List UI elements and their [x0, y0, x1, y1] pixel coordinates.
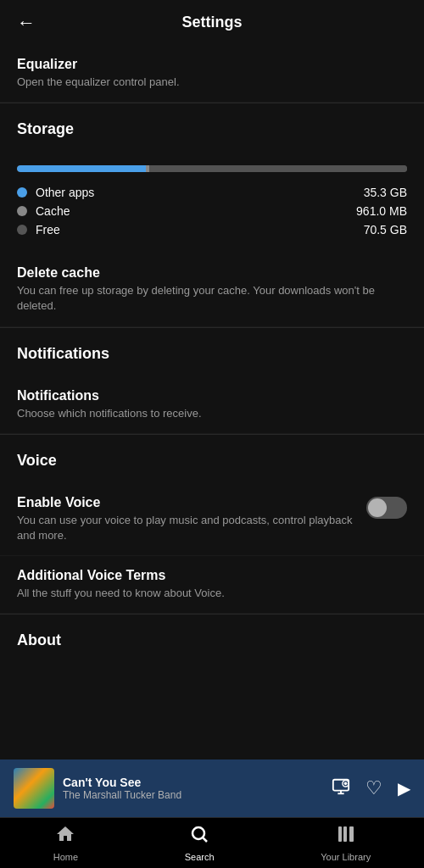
storage-section-header: Storage	[0, 103, 424, 152]
player-info: Can't You See The Marshall Tucker Band	[63, 776, 323, 801]
legend-value-free: 70.5 GB	[364, 223, 407, 236]
storage-legend: Other apps 35.3 GB Cache 961.0 MB Free 7…	[17, 186, 407, 236]
enable-voice-text: Enable Voice You can use your voice to p…	[17, 495, 366, 543]
back-button[interactable]: ←	[17, 12, 36, 34]
player-artist: The Marshall Tucker Band	[63, 789, 323, 801]
enable-voice-desc: You can use your voice to play music and…	[17, 513, 366, 543]
svg-point-3	[344, 782, 348, 785]
notifications-item[interactable]: Notifications Choose which notifications…	[0, 376, 424, 434]
header: ← Settings	[0, 0, 424, 45]
nav-search[interactable]: Search	[168, 817, 232, 868]
storage-bar	[17, 165, 407, 172]
page-title: Settings	[181, 14, 242, 31]
voice-terms-item[interactable]: Additional Voice Terms All the stuff you…	[0, 556, 424, 614]
nav-home[interactable]: Home	[36, 817, 95, 868]
nav-library-label: Your Library	[321, 852, 371, 862]
bottom-player: Can't You See The Marshall Tucker Band ♡…	[0, 760, 424, 817]
legend-dot-cache	[17, 206, 27, 216]
notifications-label: Notifications	[17, 388, 407, 403]
enable-voice-toggle[interactable]	[366, 497, 407, 519]
delete-cache-desc: You can free up storage by deleting your…	[17, 283, 407, 314]
about-section-header: About	[0, 615, 424, 663]
nav-library[interactable]: Your Library	[304, 817, 388, 868]
storage-bar-other-apps	[17, 165, 146, 172]
svg-rect-9	[349, 826, 354, 842]
enable-voice-label: Enable Voice	[17, 495, 366, 510]
enable-voice-inner: Enable Voice You can use your voice to p…	[17, 495, 407, 543]
svg-line-6	[204, 838, 207, 842]
library-icon	[336, 824, 356, 849]
like-button[interactable]: ♡	[365, 777, 382, 799]
delete-cache-label: Delete cache	[17, 265, 407, 281]
toggle-thumb	[368, 498, 387, 517]
about-title: About	[17, 632, 407, 649]
home-icon	[55, 824, 75, 849]
notifications-section-header: Notifications	[0, 328, 424, 376]
nav-search-label: Search	[185, 852, 215, 862]
legend-dot-other-apps	[17, 187, 27, 198]
storage-title: Storage	[17, 120, 407, 138]
voice-section-header: Voice	[0, 435, 424, 483]
svg-point-5	[192, 827, 204, 839]
legend-other-apps: Other apps 35.3 GB	[17, 186, 407, 199]
equalizer-desc: Open the equalizer control panel.	[17, 75, 407, 90]
enable-voice-item[interactable]: Enable Voice You can use your voice to p…	[0, 483, 424, 556]
voice-terms-desc: All the stuff you need to know about Voi…	[17, 586, 407, 601]
play-button[interactable]: ▶	[398, 778, 410, 798]
toggle-track	[366, 497, 407, 519]
legend-value-cache: 961.0 MB	[356, 204, 407, 218]
svg-rect-7	[338, 826, 342, 842]
bottom-nav: Home Search Your Library	[0, 817, 424, 868]
svg-rect-0	[333, 779, 349, 790]
storage-details: Other apps 35.3 GB Cache 961.0 MB Free 7…	[0, 152, 424, 253]
voice-terms-label: Additional Voice Terms	[17, 568, 407, 583]
storage-bar-free	[149, 165, 407, 172]
player-controls: ♡ ▶	[332, 777, 410, 800]
legend-cache: Cache 961.0 MB	[17, 204, 407, 218]
equalizer-label: Equalizer	[17, 57, 407, 72]
voice-title: Voice	[17, 452, 407, 470]
notifications-title: Notifications	[17, 345, 407, 363]
legend-value-other-apps: 35.3 GB	[364, 186, 407, 199]
nav-home-label: Home	[53, 852, 78, 862]
delete-cache-item[interactable]: Delete cache You can free up storage by …	[0, 253, 424, 326]
player-album-art	[14, 768, 54, 809]
cast-icon[interactable]	[332, 777, 350, 800]
legend-dot-free	[17, 225, 27, 235]
legend-free: Free 70.5 GB	[17, 223, 407, 236]
player-title: Can't You See	[63, 776, 323, 789]
svg-rect-8	[343, 826, 347, 842]
legend-label-free: Free	[36, 223, 355, 236]
legend-label-cache: Cache	[36, 204, 348, 218]
notifications-desc: Choose which notifications to receive.	[17, 406, 407, 421]
legend-label-other-apps: Other apps	[36, 186, 355, 199]
search-icon	[189, 824, 209, 849]
settings-content: Equalizer Open the equalizer control pan…	[0, 45, 424, 782]
equalizer-item[interactable]: Equalizer Open the equalizer control pan…	[0, 45, 424, 103]
